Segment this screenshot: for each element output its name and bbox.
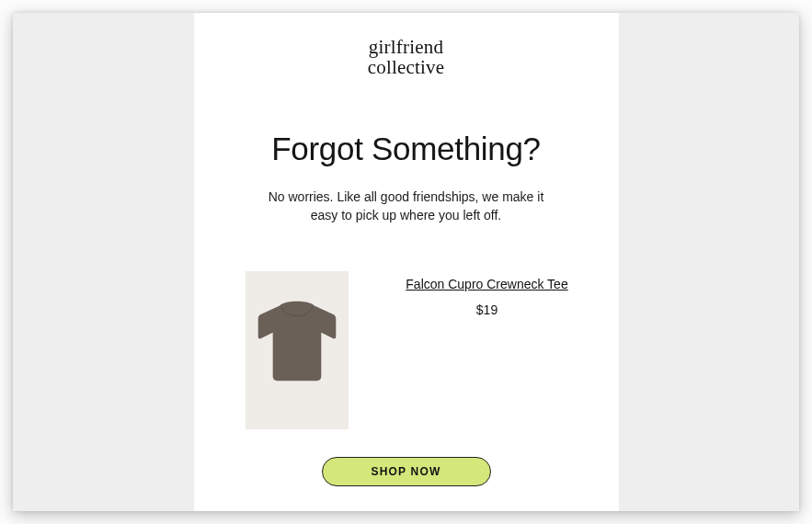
shop-now-button[interactable]: SHOP NOW	[322, 457, 491, 486]
shop-now-label: SHOP NOW	[371, 465, 440, 478]
heading: Forgot Something?	[271, 131, 541, 167]
product-name-link[interactable]: Falcon Cupro Crewneck Tee	[406, 277, 567, 291]
email-body: girlfriend collective Forgot Something? …	[194, 13, 619, 511]
brand-line-1: girlfriend	[368, 37, 445, 57]
product-row: Falcon Cupro Crewneck Tee $19	[216, 271, 597, 429]
brand-logo: girlfriend collective	[368, 37, 445, 77]
product-details: Falcon Cupro Crewneck Tee $19	[378, 271, 597, 317]
email-outer-frame: girlfriend collective Forgot Something? …	[13, 13, 799, 511]
product-image[interactable]	[246, 271, 349, 429]
subheading: No worries. Like all good friendships, w…	[269, 188, 544, 225]
brand-line-2: collective	[368, 57, 445, 77]
product-price: $19	[476, 302, 497, 317]
tshirt-icon	[254, 299, 340, 385]
